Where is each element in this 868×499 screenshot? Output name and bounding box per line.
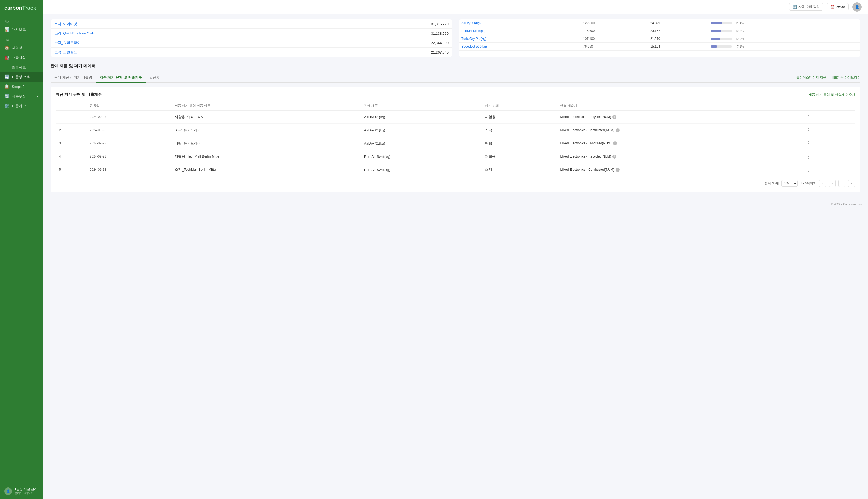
table-row: 4 2024-09-23 재활용_TechMall Berlin Mitte P… (56, 150, 855, 163)
last-page-button[interactable]: » (848, 180, 855, 187)
row-count: 116,600 (581, 27, 648, 35)
row-name[interactable]: 소각_QuickBuy New York (50, 29, 313, 38)
first-page-button[interactable]: « (819, 180, 826, 187)
info-icon[interactable]: i (612, 115, 617, 119)
sidebar-item-dashboard[interactable]: 📊 대시보드 (0, 25, 43, 34)
row-product: PureAir Swift(kg) (361, 150, 482, 163)
sidebar-item-label: 사업장 (12, 46, 22, 50)
more-options-button[interactable]: ⋮ (805, 166, 813, 173)
row-method: 소각 (482, 163, 557, 177)
row-number: 3 (56, 137, 87, 150)
emission-view-icon: 🔄 (4, 74, 9, 79)
row-actions: ⋮ (801, 150, 855, 163)
sidebar-item-emission-view[interactable]: 🔄 배출량 조회 (0, 72, 43, 82)
row-waste-type: 재활용_슈퍼드라이 (172, 110, 361, 124)
column-header (56, 101, 87, 110)
row-bar-cell: 11.4% (708, 19, 860, 27)
sidebar-item-auto-collect[interactable]: 🔃 자동수집 ▾ (0, 92, 43, 101)
sidebar-item-label: 대시보드 (12, 27, 26, 32)
timer-value: 25:38 (836, 5, 845, 9)
row-waste-type: 소각_슈퍼드라이 (172, 124, 361, 137)
add-waste-type-button[interactable]: 제품 폐기 유형 및 배출계수 추가 (809, 93, 855, 97)
sidebar-item-activity[interactable]: 〰 활동자료 (0, 62, 43, 72)
table-row: 소각_아이마켓31,316.720 (50, 19, 452, 29)
tabs-right-links: 클리어스테이지 제품배출계수 라이브러리 (796, 75, 860, 80)
more-options-button[interactable]: ⋮ (805, 113, 813, 120)
row-method: 소각 (482, 124, 557, 137)
column-header: 등록일 (87, 101, 172, 110)
table-row: EcoDry Silent(kg) 116,600 23.157 10.8% (459, 27, 860, 35)
activity-icon: 〰 (4, 65, 9, 70)
row-name[interactable]: 소각_슈퍼드라이 (50, 38, 313, 48)
column-header: 제품 폐기 유형 제품 이름 (172, 101, 361, 110)
row-product: PureAir Swift(kg) (361, 163, 482, 177)
row-count: 76,050 (581, 43, 648, 50)
link-link2[interactable]: 배출계수 라이브러리 (831, 75, 860, 80)
sidebar-item-business[interactable]: 🏠 사업장 (0, 43, 43, 53)
sidebar-item-emission-facility[interactable]: 🏭 배출시설 (0, 53, 43, 62)
more-options-button[interactable]: ⋮ (805, 126, 813, 134)
row-waste-type: 매립_슈퍼드라이 (172, 137, 361, 150)
info-icon[interactable]: i (616, 168, 620, 172)
timer-display[interactable]: ⏰ 25:38 (827, 3, 849, 11)
auto-collect-label: 자동 수집 작업 (798, 4, 820, 9)
row-date: 2024-09-23 (87, 163, 172, 177)
emission-factor-text: Mixed Electronics - Recycled(NUM) (560, 155, 611, 158)
column-header: 연결 배출계수 (557, 101, 801, 110)
row-number: 2 (56, 124, 87, 137)
more-options-button[interactable]: ⋮ (805, 153, 813, 160)
row-actions: ⋮ (801, 110, 855, 124)
emission-factor-icon: ⚙️ (4, 104, 9, 108)
sidebar-item-emission-factor[interactable]: ⚙️ 배출계수 (0, 101, 43, 111)
prev-page-button[interactable]: ‹ (829, 180, 836, 187)
row-product: AirDry X1(kg) (361, 110, 482, 124)
facility-icon: 🏭 (4, 55, 9, 60)
row-emission-factor: Mixed Electronics - Combusted(NUM) i (557, 124, 801, 137)
row-name[interactable]: SpeedJet 500(kg) (459, 43, 581, 50)
logo-carbon: carbon (4, 5, 22, 11)
row-method: 매립 (482, 137, 557, 150)
more-options-button[interactable]: ⋮ (805, 140, 813, 147)
row-name[interactable]: EcoDry Silent(kg) (459, 27, 581, 35)
info-icon[interactable]: i (612, 155, 617, 159)
per-page-select[interactable]: 5개10개20개 (781, 180, 797, 186)
sidebar-item-label: 배출시설 (12, 55, 26, 60)
row-name[interactable]: AirDry X1(kg) (459, 19, 581, 27)
auto-collect-button[interactable]: 🔄 자동 수집 작업 (789, 3, 823, 11)
sidebar-item-scope3[interactable]: 📋 Scope 3 (0, 82, 43, 92)
user-avatar[interactable]: 👤 (852, 2, 861, 12)
top-tables: 소각_아이마켓31,316.720소각_QuickBuy New York31,… (50, 19, 860, 57)
card-header: 제품 폐기 유형 및 배출계수 제품 폐기 유형 및 배출계수 추가 (56, 92, 855, 97)
section-title: 판매 제품 및 폐기 데이터 (50, 63, 860, 69)
next-page-button[interactable]: › (839, 180, 845, 187)
sidebar-item-label: 자동수집 (12, 94, 26, 99)
tabs-bar: 판매 제품의 폐기 배출량제품 폐기 유형 및 배출계수납품처 클리어스테이지 … (50, 73, 860, 83)
info-icon[interactable]: i (616, 128, 620, 132)
tab-tab3[interactable]: 납품처 (146, 73, 164, 83)
row-value: 21,267.840 (313, 48, 452, 57)
app-logo: carbonTrack (0, 0, 43, 16)
tab-tab1[interactable]: 판매 제품의 폐기 배출량 (50, 73, 96, 83)
row-emission-factor: Mixed Electronics - Recycled(NUM) i (557, 150, 801, 163)
tabs-container: 판매 제품의 폐기 배출량제품 폐기 유형 및 배출계수납품처 (50, 73, 164, 82)
chevron-down-icon: ▾ (37, 95, 39, 98)
row-name[interactable]: TurboDry Pro(kg) (459, 35, 581, 43)
sidebar-item-label: Scope 3 (12, 85, 25, 89)
user-profile[interactable]: 👤 1공장 시설 관리 클리어스테이지 (0, 483, 43, 499)
tab-tab2[interactable]: 제품 폐기 유형 및 배출계수 (96, 73, 146, 83)
auto-collect-icon: 🔃 (4, 94, 9, 99)
link-link1[interactable]: 클리어스테이지 제품 (796, 75, 826, 80)
row-name[interactable]: 소각_아이마켓 (50, 19, 313, 29)
user-name: 1공장 시설 관리 (14, 487, 37, 491)
row-value: 24.329 (648, 19, 708, 27)
row-actions: ⋮ (801, 163, 855, 177)
header: 🔄 자동 수집 작업 ⏰ 25:38 👤 (43, 0, 868, 14)
scope3-icon: 📋 (4, 84, 9, 89)
row-name[interactable]: 소각_그린월드 (50, 48, 313, 57)
total-count: 전체 30개 (765, 181, 779, 186)
info-icon[interactable]: i (613, 142, 617, 145)
row-date: 2024-09-23 (87, 150, 172, 163)
main-card: 제품 폐기 유형 및 배출계수 제품 폐기 유형 및 배출계수 추가 등록일제품… (50, 87, 860, 192)
footer-text: © 2024 - Carbonsaurus (831, 203, 861, 206)
column-header-action (801, 101, 855, 110)
